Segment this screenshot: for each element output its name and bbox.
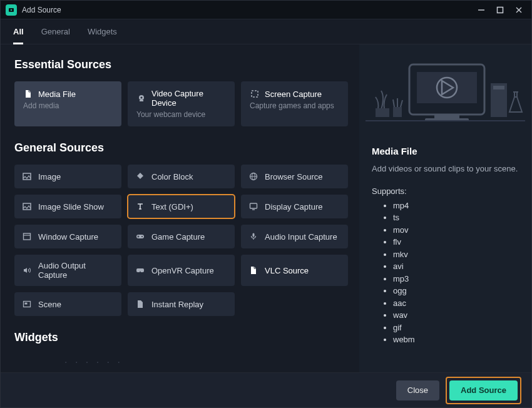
tab-all[interactable]: All: [13, 19, 24, 44]
svg-rect-17: [24, 233, 31, 240]
window-icon: [22, 232, 32, 242]
format-item: ts: [393, 212, 519, 224]
format-item: mp4: [393, 200, 519, 212]
source-media-file[interactable]: Media File Add media: [14, 81, 121, 126]
source-game-capture[interactable]: Game Capture: [128, 225, 235, 248]
card-subtitle: Capture games and apps: [250, 101, 339, 110]
card-title: Screen Capture: [265, 89, 322, 99]
general-sources-grid: Image Color Block Browser Source Image S…: [14, 165, 348, 316]
source-display-capture[interactable]: Display Capture: [241, 195, 348, 218]
card-label: Display Capture: [265, 202, 323, 212]
card-title: Media File: [38, 89, 76, 99]
svg-rect-33: [493, 86, 504, 89]
source-vlc-source[interactable]: VLC Source: [241, 255, 348, 286]
add-source-button[interactable]: Add Source: [449, 380, 518, 400]
general-sources-heading: General Sources: [14, 141, 348, 155]
source-instant-replay[interactable]: Instant Replay: [128, 292, 235, 316]
format-item: ogg: [393, 285, 519, 297]
app-icon: [6, 4, 17, 16]
source-image[interactable]: Image: [14, 165, 121, 188]
tabs-bar: All General Widgets: [1, 19, 531, 44]
replay-icon: [135, 299, 145, 309]
card-label: Image: [38, 172, 61, 181]
card-title: Video Capture Device: [151, 89, 226, 108]
source-openvr-capture[interactable]: OpenVR Capture: [128, 255, 235, 286]
svg-rect-3: [498, 7, 503, 13]
close-dialog-button[interactable]: Close: [396, 380, 439, 400]
minimize-button[interactable]: [476, 5, 486, 15]
card-label: Scene: [38, 300, 61, 309]
image-icon: [22, 171, 32, 181]
svg-rect-24: [25, 303, 28, 305]
svg-rect-26: [417, 72, 477, 103]
source-text-gdi[interactable]: Text (GDI+): [128, 195, 235, 218]
card-subtitle: Add media: [23, 101, 113, 110]
source-screen-capture[interactable]: Screen Capture Capture games and apps: [241, 81, 348, 126]
source-audio-output-capture[interactable]: Audio Output Capture: [14, 255, 121, 286]
svg-point-1: [11, 9, 12, 10]
widgets-heading: Widgets: [14, 331, 348, 344]
card-label: OpenVR Capture: [151, 266, 214, 275]
source-audio-input-capture[interactable]: Audio Input Capture: [241, 225, 348, 248]
tab-general[interactable]: General: [41, 19, 70, 44]
supports-label: Supports:: [372, 186, 519, 196]
window-controls: [476, 5, 524, 15]
source-color-block[interactable]: Color Block: [128, 165, 235, 188]
card-label: Audio Input Capture: [265, 232, 337, 242]
source-image-slideshow[interactable]: Image Slide Show: [14, 195, 121, 218]
format-item: mp3: [393, 273, 519, 285]
mic-icon: [248, 232, 258, 242]
svg-point-20: [141, 236, 143, 237]
essential-sources-heading: Essential Sources: [14, 58, 348, 71]
format-item: avi: [393, 260, 519, 273]
format-item: mkv: [393, 248, 519, 261]
svg-rect-29: [434, 115, 459, 118]
svg-rect-8: [140, 100, 143, 101]
card-label: Image Slide Show: [38, 202, 104, 212]
card-label: VLC Source: [265, 266, 309, 275]
crop-icon: [250, 89, 260, 99]
svg-line-38: [393, 99, 394, 107]
source-video-capture-device[interactable]: Video Capture Device Your webcam device: [128, 81, 235, 126]
format-item: mov: [393, 224, 519, 237]
speaker-icon: [22, 265, 32, 275]
card-label: Color Block: [151, 172, 193, 181]
source-browser-source[interactable]: Browser Source: [241, 165, 348, 188]
card-label: Text (GDI+): [151, 202, 193, 212]
svg-point-7: [141, 97, 143, 99]
sources-list-pane: Essential Sources Media File Add media: [1, 44, 359, 372]
supports-list: mp4 ts mov flv mkv avi mp3 ogg aac wav g…: [372, 200, 519, 346]
tab-widgets[interactable]: Widgets: [88, 19, 117, 44]
detail-description: Add videos or sound clips to your scene.: [372, 163, 519, 175]
close-button[interactable]: [514, 5, 524, 15]
svg-rect-31: [376, 108, 389, 117]
monitor-icon: [248, 201, 258, 212]
webcam-icon: [136, 93, 146, 103]
source-window-capture[interactable]: Window Capture: [14, 225, 121, 248]
maximize-button[interactable]: [495, 5, 505, 15]
add-source-dialog: Add Source All General Widgets Essential…: [0, 0, 532, 408]
main-area: Essential Sources Media File Add media: [1, 44, 531, 372]
card-label: Game Capture: [151, 232, 205, 242]
file-icon: [248, 265, 258, 275]
svg-rect-37: [393, 107, 402, 117]
card-label: Instant Replay: [151, 300, 203, 309]
svg-rect-15: [250, 203, 257, 208]
card-label: Browser Source: [265, 172, 322, 181]
card-subtitle: Your webcam device: [136, 110, 226, 119]
format-item: webm: [393, 334, 519, 346]
dialog-footer: Close Add Source: [1, 372, 531, 407]
svg-line-40: [401, 100, 402, 107]
vr-icon: [135, 265, 145, 275]
detail-illustration: [366, 53, 525, 135]
text-icon: [135, 201, 145, 212]
source-scene[interactable]: Scene: [14, 292, 121, 316]
svg-rect-21: [253, 233, 255, 237]
scene-icon: [22, 299, 32, 309]
card-label: Window Capture: [38, 232, 98, 242]
gamepad-icon: [135, 232, 145, 242]
svg-rect-9: [252, 91, 258, 97]
detail-pane: Media File Add videos or sound clips to …: [359, 44, 531, 372]
format-item: aac: [393, 297, 519, 310]
essential-sources-row: Media File Add media Video Capture Devic…: [14, 81, 348, 126]
